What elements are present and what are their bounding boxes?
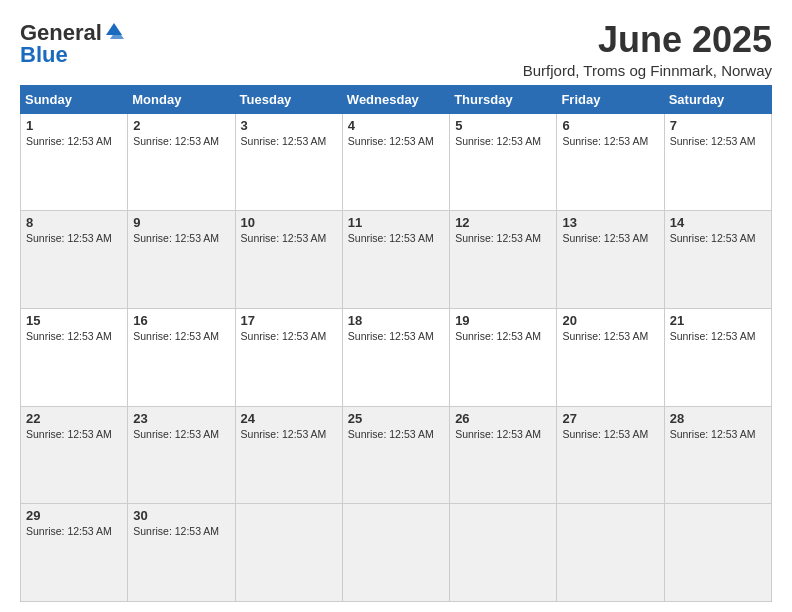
calendar-week-row: 22Sunrise: 12:53 AM23Sunrise: 12:53 AM24… bbox=[21, 406, 772, 504]
day-number: 8 bbox=[26, 215, 122, 230]
sunrise-time: Sunrise: 12:53 AM bbox=[562, 232, 658, 244]
sunrise-time: Sunrise: 12:53 AM bbox=[348, 232, 444, 244]
day-number: 5 bbox=[455, 118, 551, 133]
day-number: 20 bbox=[562, 313, 658, 328]
sunrise-time: Sunrise: 12:53 AM bbox=[133, 330, 229, 342]
calendar-cell: 8Sunrise: 12:53 AM bbox=[21, 211, 128, 309]
header-tuesday: Tuesday bbox=[235, 85, 342, 113]
calendar-week-row: 15Sunrise: 12:53 AM16Sunrise: 12:53 AM17… bbox=[21, 308, 772, 406]
day-number: 6 bbox=[562, 118, 658, 133]
calendar-cell: 12Sunrise: 12:53 AM bbox=[450, 211, 557, 309]
sunrise-time: Sunrise: 12:53 AM bbox=[26, 232, 122, 244]
calendar-cell: 24Sunrise: 12:53 AM bbox=[235, 406, 342, 504]
header-thursday: Thursday bbox=[450, 85, 557, 113]
logo: General Blue bbox=[20, 20, 124, 68]
sunrise-time: Sunrise: 12:53 AM bbox=[241, 135, 337, 147]
day-number: 10 bbox=[241, 215, 337, 230]
sunrise-time: Sunrise: 12:53 AM bbox=[241, 330, 337, 342]
calendar-cell: 16Sunrise: 12:53 AM bbox=[128, 308, 235, 406]
day-number: 11 bbox=[348, 215, 444, 230]
day-number: 26 bbox=[455, 411, 551, 426]
calendar-cell bbox=[235, 504, 342, 602]
calendar-week-row: 1Sunrise: 12:53 AM2Sunrise: 12:53 AM3Sun… bbox=[21, 113, 772, 211]
weekday-header-row: Sunday Monday Tuesday Wednesday Thursday… bbox=[21, 85, 772, 113]
calendar-cell bbox=[342, 504, 449, 602]
sunrise-time: Sunrise: 12:53 AM bbox=[241, 232, 337, 244]
title-block: June 2025 Burfjord, Troms og Finnmark, N… bbox=[523, 20, 772, 79]
sunrise-time: Sunrise: 12:53 AM bbox=[241, 428, 337, 440]
calendar-cell: 17Sunrise: 12:53 AM bbox=[235, 308, 342, 406]
sunrise-time: Sunrise: 12:53 AM bbox=[26, 428, 122, 440]
header-saturday: Saturday bbox=[664, 85, 771, 113]
sunrise-time: Sunrise: 12:53 AM bbox=[133, 525, 229, 537]
sunrise-time: Sunrise: 12:53 AM bbox=[133, 428, 229, 440]
day-number: 30 bbox=[133, 508, 229, 523]
day-number: 7 bbox=[670, 118, 766, 133]
day-number: 24 bbox=[241, 411, 337, 426]
day-number: 1 bbox=[26, 118, 122, 133]
calendar-cell: 13Sunrise: 12:53 AM bbox=[557, 211, 664, 309]
day-number: 17 bbox=[241, 313, 337, 328]
calendar-cell: 2Sunrise: 12:53 AM bbox=[128, 113, 235, 211]
calendar-cell: 1Sunrise: 12:53 AM bbox=[21, 113, 128, 211]
sunrise-time: Sunrise: 12:53 AM bbox=[348, 135, 444, 147]
sunrise-time: Sunrise: 12:53 AM bbox=[455, 135, 551, 147]
sunrise-time: Sunrise: 12:53 AM bbox=[348, 428, 444, 440]
header-wednesday: Wednesday bbox=[342, 85, 449, 113]
day-number: 16 bbox=[133, 313, 229, 328]
calendar-cell: 28Sunrise: 12:53 AM bbox=[664, 406, 771, 504]
sunrise-time: Sunrise: 12:53 AM bbox=[26, 330, 122, 342]
sunrise-time: Sunrise: 12:53 AM bbox=[455, 428, 551, 440]
calendar-cell: 26Sunrise: 12:53 AM bbox=[450, 406, 557, 504]
location: Burfjord, Troms og Finnmark, Norway bbox=[523, 62, 772, 79]
calendar-cell: 19Sunrise: 12:53 AM bbox=[450, 308, 557, 406]
calendar-cell bbox=[450, 504, 557, 602]
calendar-cell: 11Sunrise: 12:53 AM bbox=[342, 211, 449, 309]
logo-icon bbox=[104, 21, 124, 41]
day-number: 15 bbox=[26, 313, 122, 328]
calendar-cell: 15Sunrise: 12:53 AM bbox=[21, 308, 128, 406]
day-number: 19 bbox=[455, 313, 551, 328]
sunrise-time: Sunrise: 12:53 AM bbox=[562, 428, 658, 440]
logo-blue: Blue bbox=[20, 42, 68, 67]
day-number: 18 bbox=[348, 313, 444, 328]
calendar-cell: 3Sunrise: 12:53 AM bbox=[235, 113, 342, 211]
calendar-week-row: 8Sunrise: 12:53 AM9Sunrise: 12:53 AM10Su… bbox=[21, 211, 772, 309]
sunrise-time: Sunrise: 12:53 AM bbox=[670, 135, 766, 147]
calendar-cell: 25Sunrise: 12:53 AM bbox=[342, 406, 449, 504]
sunrise-time: Sunrise: 12:53 AM bbox=[26, 525, 122, 537]
day-number: 25 bbox=[348, 411, 444, 426]
day-number: 29 bbox=[26, 508, 122, 523]
sunrise-time: Sunrise: 12:53 AM bbox=[670, 428, 766, 440]
header-friday: Friday bbox=[557, 85, 664, 113]
day-number: 9 bbox=[133, 215, 229, 230]
calendar-week-row: 29Sunrise: 12:53 AM30Sunrise: 12:53 AM bbox=[21, 504, 772, 602]
day-number: 22 bbox=[26, 411, 122, 426]
calendar-cell: 21Sunrise: 12:53 AM bbox=[664, 308, 771, 406]
day-number: 28 bbox=[670, 411, 766, 426]
day-number: 12 bbox=[455, 215, 551, 230]
calendar-cell: 23Sunrise: 12:53 AM bbox=[128, 406, 235, 504]
header: General Blue June 2025 Burfjord, Troms o… bbox=[20, 20, 772, 79]
calendar-cell: 14Sunrise: 12:53 AM bbox=[664, 211, 771, 309]
header-sunday: Sunday bbox=[21, 85, 128, 113]
day-number: 23 bbox=[133, 411, 229, 426]
day-number: 2 bbox=[133, 118, 229, 133]
calendar-cell: 27Sunrise: 12:53 AM bbox=[557, 406, 664, 504]
sunrise-time: Sunrise: 12:53 AM bbox=[455, 232, 551, 244]
day-number: 13 bbox=[562, 215, 658, 230]
calendar-cell bbox=[664, 504, 771, 602]
sunrise-time: Sunrise: 12:53 AM bbox=[562, 135, 658, 147]
calendar-table: Sunday Monday Tuesday Wednesday Thursday… bbox=[20, 85, 772, 602]
calendar-cell: 7Sunrise: 12:53 AM bbox=[664, 113, 771, 211]
calendar-cell: 9Sunrise: 12:53 AM bbox=[128, 211, 235, 309]
day-number: 3 bbox=[241, 118, 337, 133]
calendar-cell: 5Sunrise: 12:53 AM bbox=[450, 113, 557, 211]
sunrise-time: Sunrise: 12:53 AM bbox=[562, 330, 658, 342]
calendar-cell: 18Sunrise: 12:53 AM bbox=[342, 308, 449, 406]
day-number: 27 bbox=[562, 411, 658, 426]
calendar-cell: 22Sunrise: 12:53 AM bbox=[21, 406, 128, 504]
sunrise-time: Sunrise: 12:53 AM bbox=[670, 232, 766, 244]
calendar-cell: 6Sunrise: 12:53 AM bbox=[557, 113, 664, 211]
calendar-cell: 20Sunrise: 12:53 AM bbox=[557, 308, 664, 406]
